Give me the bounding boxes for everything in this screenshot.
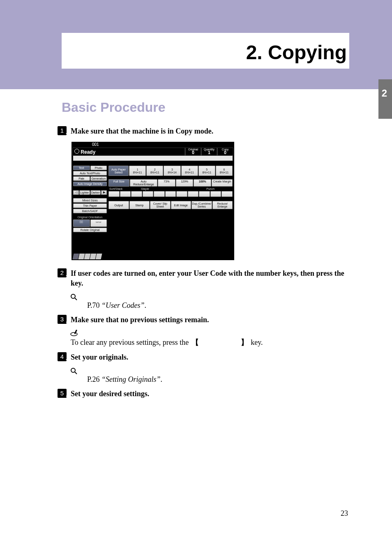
- step-4-text: Set your originals.: [71, 352, 349, 362]
- ss-rotate-chip: Rotate Original: [73, 228, 107, 232]
- step-2-text-span: If user codes are turned on, enter your …: [71, 269, 344, 277]
- svg-line-1: [75, 298, 77, 300]
- ss-tab-5: [96, 254, 102, 259]
- ss-lighter-arrow-icon: ◁: [73, 190, 79, 195]
- ss-tray-6-num: 6: [216, 168, 232, 171]
- ss-create-margin-chip: Create Margin: [212, 179, 233, 187]
- ss-mixed-chip: Mixed Sizes: [73, 198, 107, 203]
- step-number-value: 2: [60, 269, 64, 276]
- main-content: 1 Make sure that the machine is in Copy …: [58, 124, 349, 403]
- step-number-icon: 2: [58, 268, 67, 277]
- step-1: 1 Make sure that the machine is in Copy …: [58, 126, 349, 136]
- ss-ratio-129: 129%: [176, 179, 194, 187]
- ss-tray-3: 3 8½×14: [164, 166, 180, 176]
- ss-bottom-tabs: [73, 254, 102, 259]
- ss-tray-4-num: 4: [182, 168, 198, 171]
- ss-batch-chip: Batch/SADF: [73, 209, 107, 213]
- step-number-icon: 4: [58, 352, 67, 361]
- ss-full-size-chip: Full Size: [108, 179, 129, 187]
- reference-icon: [70, 293, 77, 300]
- ss-tray-1-num: 1: [129, 168, 145, 171]
- ss-tray-5-num: 5: [199, 168, 215, 171]
- ss-ratio-73: 73%: [158, 179, 175, 187]
- note-symbol-row: [70, 329, 349, 337]
- ss-counter: 001: [92, 142, 99, 147]
- step-number-value: 5: [60, 390, 64, 397]
- ss-left-panel: Text Photo Auto Text/Photo Pale Generati…: [73, 166, 107, 252]
- ss-cover-chip: Cover/ Slip Sheet: [150, 201, 171, 209]
- ss-auto-text-photo-chip: Auto Text/Photo: [73, 171, 107, 175]
- ss-punch-label: Punch: [205, 187, 233, 190]
- ss-func-row: Output Stamp Cover/ Slip Sheet Edit Imag…: [108, 201, 233, 209]
- ss-edit-chip: Edit Image: [171, 201, 191, 209]
- ss-tray-6: 6 8½×11: [216, 166, 233, 176]
- step-3-note: To clear any previous settings, press th…: [71, 337, 349, 347]
- ss-tray-6-size: 8½×11: [216, 171, 232, 174]
- ss-copy-cell: Copy 0: [217, 148, 233, 155]
- step-2: 2 If user codes are turned on, enter you…: [58, 268, 349, 288]
- ss-orientation-row: ▯▯ ▭▭: [73, 219, 107, 227]
- ss-tray-4: 4 8½×11: [181, 166, 198, 176]
- ref-period-2: .: [145, 301, 147, 309]
- step-number-icon: 1: [58, 126, 67, 135]
- ss-tray-1: 1 8½×11: [129, 166, 146, 176]
- ss-stamp-chip: Stamp: [129, 201, 150, 209]
- ref-page-4: P.26: [87, 375, 100, 383]
- ss-quantity-cell: Quantity 1: [201, 148, 217, 155]
- ss-staple-2-icon: [165, 191, 176, 197]
- step-3-note-after: key.: [251, 338, 263, 346]
- step-5: 5 Set your desired settings.: [58, 389, 349, 399]
- ref-quote-2: “User Codes”: [101, 301, 145, 309]
- ss-orient-portrait-icon: ▯▯: [73, 219, 90, 227]
- step-number-value: 1: [60, 127, 64, 134]
- step-3-text: Make sure that no previous settings rema…: [71, 315, 349, 325]
- ss-status-bar: Ready Original 0 Quantity 1 Copy 0: [72, 148, 233, 156]
- header-notch: [62, 69, 79, 89]
- ss-tray-1-size: 8½×11: [129, 171, 145, 174]
- reference-symbol-row-4: [70, 367, 349, 374]
- side-tab-number: 2: [382, 88, 387, 99]
- step-2-text-after: key.: [71, 279, 83, 287]
- ref-page-2: P.70: [87, 301, 100, 309]
- ss-body: Text Photo Auto Text/Photo Pale Generati…: [73, 166, 233, 252]
- step-3: 3 Make sure that no previous settings re…: [58, 315, 349, 325]
- ss-reduce-chip: Reduce/ Enlarge: [212, 201, 233, 209]
- ss-message-bar: [73, 156, 233, 161]
- ss-darker-chip: Darker: [90, 190, 101, 195]
- step-4-reference: P.26 “Setting Originals”.: [87, 375, 349, 384]
- ss-tray-2-num: 2: [147, 168, 163, 171]
- ss-orientation-label: Original Orientation: [73, 216, 107, 219]
- ss-tray-2: 2 8½×11: [146, 166, 163, 176]
- ss-darker-arrow-icon: ▶: [101, 190, 107, 195]
- svg-line-5: [75, 372, 77, 374]
- ref-quote-4: “Setting Originals”: [101, 375, 161, 383]
- ss-photo-chip: Photo: [90, 166, 107, 170]
- step-3-note-text: To clear any previous settings, press th…: [71, 338, 189, 346]
- ss-sort-3-icon: [131, 191, 142, 197]
- ss-lighter-chip: Lighter: [79, 190, 90, 195]
- ss-tray-5-size: 8½×11: [199, 171, 215, 174]
- ss-orient-landscape-icon: ▭▭: [90, 219, 107, 227]
- ss-quantity-value: 1: [201, 151, 217, 155]
- ss-pale-chip: Pale: [73, 176, 90, 181]
- step-4: 4 Set your originals.: [58, 352, 349, 362]
- reference-symbol-row: [70, 292, 349, 300]
- ss-original-value: 0: [185, 151, 201, 155]
- ss-copy-value: 0: [217, 151, 233, 155]
- ss-dup-chip: Dup./Combine/ Series: [191, 201, 212, 209]
- ss-tray-4-size: 8½×11: [182, 171, 198, 174]
- ss-original-cell: Original 0: [185, 148, 201, 155]
- step-number-icon: 3: [58, 315, 67, 324]
- ss-top-right: Original 0 Quantity 1 Copy 0: [185, 148, 233, 155]
- clear-modes-key: 【Clear Modes】: [191, 337, 249, 347]
- ss-output-chip: Output: [108, 201, 129, 209]
- ss-auto-re-chip: Auto Reduce/Enlarge: [130, 179, 157, 187]
- side-tab: 2: [378, 79, 392, 119]
- ss-tray-3-num: 3: [164, 168, 180, 171]
- ss-ready-text: Ready: [81, 149, 95, 155]
- ss-sortstack-label: Sort/Stack: [108, 187, 140, 190]
- ref-period-4: .: [161, 375, 163, 383]
- ss-ratio-100: 100%: [194, 179, 211, 187]
- ss-staple-3-icon: [176, 191, 187, 197]
- ss-staple-label: Staple: [140, 187, 205, 190]
